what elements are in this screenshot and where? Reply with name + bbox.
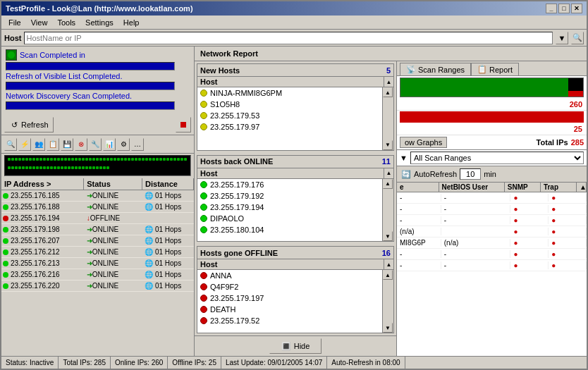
group-icon-btn[interactable]: 👥 [32, 138, 45, 151]
ip-row-8[interactable]: 23.255.176.220 ➜ ONLINE 🌐 01 Hops [1, 280, 194, 292]
new-host-1[interactable]: S1O5H8 [197, 99, 382, 110]
offline-bar [568, 91, 583, 97]
hosts-gone-offline-title: Hosts gone OFFLINE [200, 249, 278, 257]
hosts-back-scroll-up[interactable]: ▲ [384, 168, 393, 178]
chart-icon-btn[interactable]: 📊 [103, 138, 116, 151]
ip-row-5[interactable]: 23.255.176.212 ➜ ONLINE 🌐 01 Hops [1, 247, 194, 258]
show-graphs-tab[interactable]: ow Graphs [400, 137, 447, 148]
back-online-host-2[interactable]: 23.255.179.194 [197, 202, 382, 213]
new-host-3[interactable]: 23.255.179.97 [197, 121, 382, 132]
right-table-body: - - ● ● - - ● ● [397, 192, 587, 356]
host-dot [200, 306, 207, 313]
close-button[interactable]: ✕ [571, 4, 582, 13]
col-netbios: NetBIOS User [439, 183, 505, 192]
stop-button[interactable] [176, 117, 191, 132]
search-icon-btn[interactable]: 🔍 [4, 138, 17, 151]
save-icon-btn[interactable]: 💾 [61, 138, 73, 151]
search-icon[interactable]: 🔍 [571, 32, 584, 44]
hosts-gone-scroll-up[interactable]: ▲ [384, 259, 393, 269]
props-icon-btn[interactable]: 🔧 [89, 138, 102, 151]
back-online-host-4[interactable]: 23.255.180.104 [197, 224, 382, 235]
gone-offline-host-2[interactable]: 23.255.179.197 [197, 292, 382, 304]
new-hosts-title: New Hosts [200, 66, 240, 75]
host-dot [200, 283, 207, 290]
bar-chart [400, 78, 584, 97]
more-icon-btn[interactable]: … [131, 138, 144, 151]
right-row-1[interactable]: - - ● ● [397, 204, 587, 215]
gone-offline-host-4[interactable]: 23.255.179.52 [197, 315, 382, 326]
tab-scan-ranges[interactable]: 📡 Scan Ranges [400, 63, 471, 75]
host-dropdown[interactable]: ▼ [556, 32, 568, 44]
gone-offline-host-1[interactable]: Q4F9F2 [197, 281, 382, 292]
hosts-gone-offline-list-header: Host ▲ [197, 259, 393, 270]
right-row-5[interactable]: - - ● ● [397, 249, 587, 260]
scroll-up-btn[interactable]: ▲ [383, 87, 393, 97]
report-right: 📡 Scan Ranges 📋 Report [396, 61, 587, 356]
ip-row-6[interactable]: 23.255.176.213 ➜ ONLINE 🌐 01 Hops [1, 258, 194, 269]
right-row-6[interactable]: - - ● ● [397, 260, 587, 271]
status-offline-ips: Offline IPs: 25 [168, 357, 221, 369]
refresh-icon: ↺ [9, 120, 19, 130]
export-icon-btn[interactable]: 📋 [47, 138, 59, 151]
autorefresh-unit: min [484, 170, 496, 178]
scan-icon [6, 49, 17, 61]
count-value-2: 25 [574, 125, 582, 133]
connect-icon-btn[interactable]: ⚡ [18, 138, 31, 151]
status-col-header[interactable]: Status [84, 178, 142, 190]
scroll-up-btn[interactable]: ▲ [383, 179, 393, 189]
ip-row-4[interactable]: 23.255.176.207 ➜ ONLINE 🌐 01 Hops [1, 235, 194, 247]
stop-icon-btn[interactable]: ⊗ [75, 138, 87, 151]
host-input[interactable] [24, 32, 553, 44]
right-row-2[interactable]: - - ● ● [397, 215, 587, 226]
ip-col-header[interactable]: IP Address > [1, 178, 84, 190]
gone-offline-host-3[interactable]: DEATH [197, 304, 382, 315]
back-online-host-3[interactable]: DIPAOLO [197, 213, 382, 224]
host-dot [200, 181, 207, 188]
filter-icon: ▼ [400, 154, 408, 162]
refresh-progress-bar [6, 82, 175, 90]
new-hosts-scroll-up[interactable]: ▲ [384, 77, 393, 87]
menu-view[interactable]: View [27, 17, 52, 28]
host-dot [200, 123, 207, 130]
hide-icon: 🔳 [281, 342, 291, 351]
minimize-button[interactable]: _ [546, 4, 557, 13]
main-content: Scan Completed in Refresh of Visible Lis… [1, 47, 587, 356]
scan-range-select[interactable]: All Scan Ranges [410, 152, 584, 164]
right-row-0[interactable]: - - ● ● [397, 192, 587, 204]
toolbar: ↺ Refresh [1, 114, 194, 135]
col-e: e [397, 183, 439, 192]
host-dot [200, 272, 207, 279]
tab-report[interactable]: 📋 Report [471, 63, 519, 75]
ip-row-1[interactable]: 23.255.176.188 ➜ ONLINE 🌐 01 Hops [1, 202, 194, 213]
new-host-0[interactable]: NINJA-RMMI8G6PM [197, 87, 382, 99]
scroll-down-btn[interactable]: ▼ [383, 140, 393, 150]
ip-row-0[interactable]: 23.255.176.185 ➜ ONLINE 🌐 01 Hops [1, 190, 194, 202]
menu-settings[interactable]: Settings [81, 17, 118, 28]
new-hosts-count: 5 [386, 66, 391, 75]
icon-toolbar: 🔍 ⚡ 👥 📋 💾 ⊗ 🔧 📊 ⚙ … [1, 135, 194, 154]
hide-button[interactable]: 🔳 Hide [269, 338, 322, 354]
ip-row-7[interactable]: 23.255.176.216 ➜ ONLINE 🌐 01 Hops [1, 269, 194, 280]
autorefresh-input[interactable] [460, 168, 481, 180]
refresh-button[interactable]: ↺ Refresh [4, 117, 54, 132]
menu-file[interactable]: File [4, 17, 25, 28]
scroll-up-btn[interactable]: ▲ [383, 270, 393, 280]
right-row-4[interactable]: MI8G6P (n/a) ● ● [397, 238, 587, 249]
new-hosts-scrollbar: ▲ ▼ [382, 87, 393, 150]
right-row-3[interactable]: (n/a) ● ● [397, 226, 587, 238]
scroll-down-btn[interactable]: ▼ [383, 323, 393, 333]
settings-icon-btn[interactable]: ⚙ [117, 138, 130, 151]
distance-col-header[interactable]: Distance [142, 178, 194, 190]
ip-row-3[interactable]: 23.255.179.198 ➜ ONLINE 🌐 01 Hops [1, 224, 194, 235]
maximize-button[interactable]: □ [558, 4, 570, 13]
menu-help[interactable]: Help [119, 17, 144, 28]
back-online-host-0[interactable]: 23.255.179.176 [197, 179, 382, 190]
hosts-back-online-count: 11 [382, 157, 391, 166]
scroll-down-btn[interactable]: ▼ [383, 231, 393, 241]
menu-tools[interactable]: Tools [53, 17, 80, 28]
gone-offline-host-0[interactable]: ANNA [197, 270, 382, 281]
back-online-host-1[interactable]: 23.255.179.192 [197, 190, 382, 202]
new-host-2[interactable]: 23.255.179.53 [197, 110, 382, 121]
right-content: 260 25 ow Graphs [397, 76, 587, 356]
ip-row-2[interactable]: 23.255.176.194 ↓ OFFLINE [1, 213, 194, 224]
